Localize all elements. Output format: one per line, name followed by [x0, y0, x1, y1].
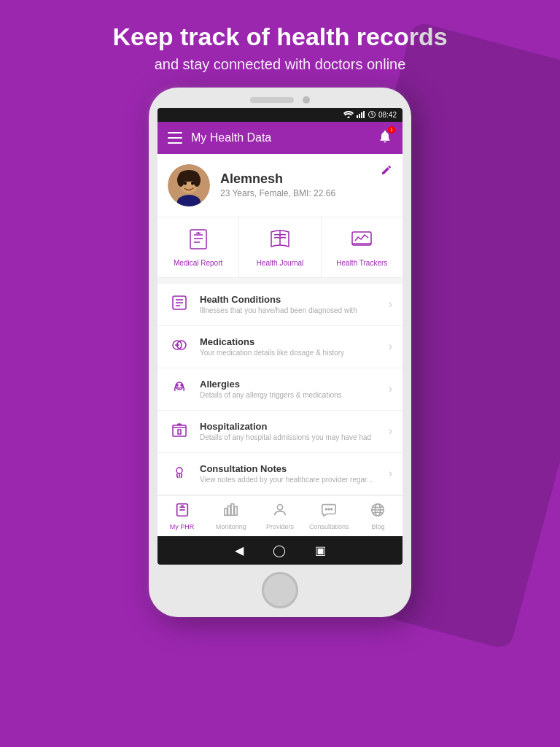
arrow-icon: ›: [389, 467, 392, 480]
avatar-image: [168, 164, 210, 206]
medical-report-icon: [187, 228, 210, 255]
notification-bell[interactable]: 1: [378, 129, 392, 147]
medications-subtitle: Your medication details like dosage & hi…: [200, 349, 389, 357]
my-phr-label: My PHR: [170, 523, 195, 530]
svg-rect-6: [168, 132, 182, 133]
svg-point-36: [181, 384, 182, 386]
menu-item-allergies[interactable]: Allergies Details of any allergy trigger…: [158, 368, 402, 411]
svg-point-13: [193, 174, 201, 187]
menu-item-medications[interactable]: Medications Your medication details like…: [158, 326, 402, 368]
profile-info: Alemnesh 23 Years, Female, BMI: 22.66: [220, 171, 335, 198]
health-journal-label: Health Journal: [257, 259, 303, 267]
svg-rect-2: [359, 114, 360, 118]
recents-button[interactable]: ▣: [315, 543, 326, 557]
svg-rect-50: [234, 506, 237, 515]
health-conditions-content: Health Conditions Illnesses that you hav…: [200, 294, 389, 314]
monitoring-label: Monitoring: [216, 523, 246, 530]
time-display: 08:42: [378, 111, 397, 119]
profile-section: Alemnesh 23 Years, Female, BMI: 22.66: [158, 154, 402, 217]
blog-icon: [370, 502, 386, 522]
svg-point-14: [184, 181, 187, 185]
providers-icon: [272, 502, 288, 522]
nav-blog[interactable]: Blog: [354, 496, 402, 536]
my-phr-icon: [174, 502, 190, 522]
hero-section: Keep track of health records and stay co…: [83, 0, 476, 88]
svg-point-15: [191, 181, 194, 185]
menu-list: Health Conditions Illnesses that you hav…: [158, 284, 402, 495]
app-title: My Health Data: [191, 131, 378, 144]
blog-label: Blog: [371, 523, 384, 530]
arrow-icon: ›: [389, 382, 392, 395]
svg-point-41: [176, 468, 182, 473]
hospitalization-content: Hospitalization Details of any hospital …: [200, 421, 389, 441]
phone-screen: 08:42 My Health Data 1: [158, 108, 402, 565]
phone-mockup: 08:42 My Health Data 1: [149, 88, 411, 617]
camera: [303, 96, 310, 104]
medications-content: Medications Your medication details like…: [200, 336, 389, 357]
phone-top-bezel: [158, 96, 402, 104]
allergies-icon: [168, 379, 191, 400]
monitoring-icon: [223, 502, 239, 522]
svg-rect-48: [228, 506, 230, 515]
action-health-trackers[interactable]: Health Trackers: [322, 217, 402, 277]
menu-item-health-conditions[interactable]: Health Conditions Illnesses that you hav…: [158, 284, 402, 326]
action-health-journal[interactable]: Health Journal: [239, 217, 321, 277]
edit-icon[interactable]: [381, 164, 392, 179]
nav-consultations[interactable]: Consultations: [305, 496, 354, 536]
svg-rect-1: [357, 115, 358, 118]
subheadline: and stay connected with doctors online: [112, 56, 447, 73]
notification-badge: 1: [388, 126, 395, 133]
svg-rect-3: [361, 112, 362, 118]
hospitalization-title: Hospitalization: [200, 421, 389, 432]
consultation-notes-content: Consultation Notes View notes added by y…: [200, 463, 389, 484]
svg-point-53: [328, 508, 330, 510]
nav-my-phr[interactable]: My PHR: [158, 496, 206, 536]
wifi-icon: [343, 111, 354, 118]
phone-bottom-bezel: [158, 572, 402, 608]
avatar: [168, 164, 210, 206]
action-medical-report[interactable]: Medical Report: [158, 217, 239, 277]
menu-item-hospitalization[interactable]: Hospitalization Details of any hospital …: [158, 411, 402, 453]
health-conditions-icon: [168, 294, 191, 315]
allergies-title: Allergies: [200, 379, 389, 390]
consultation-notes-title: Consultation Notes: [200, 463, 389, 474]
svg-rect-38: [178, 430, 181, 434]
health-trackers-icon: [350, 228, 373, 255]
svg-rect-47: [225, 508, 228, 515]
menu-icon[interactable]: [168, 132, 182, 144]
svg-rect-7: [168, 137, 182, 139]
svg-point-12: [177, 174, 184, 187]
physical-home-button[interactable]: [262, 572, 298, 608]
nav-providers[interactable]: Providers: [255, 496, 304, 536]
home-button[interactable]: ◯: [273, 543, 286, 557]
hospitalization-icon: [168, 421, 191, 442]
providers-label: Providers: [266, 523, 294, 530]
medications-title: Medications: [200, 336, 389, 347]
menu-item-consultation-notes[interactable]: Consultation Notes View notes added by y…: [158, 453, 402, 495]
svg-rect-4: [363, 111, 365, 118]
consultations-label: Consultations: [309, 523, 349, 530]
back-button[interactable]: ◀: [235, 543, 244, 557]
allergies-content: Allergies Details of any allergy trigger…: [200, 379, 389, 399]
app-bar: My Health Data 1: [158, 122, 402, 154]
hospitalization-subtitle: Details of any hospital admissions you m…: [200, 433, 389, 441]
medical-report-label: Medical Report: [174, 259, 222, 267]
svg-point-52: [326, 508, 327, 510]
allergies-subtitle: Details of any allergy triggers & medica…: [200, 391, 389, 399]
svg-rect-8: [168, 142, 182, 144]
status-bar: 08:42: [158, 108, 402, 122]
consultation-notes-subtitle: View notes added by your healthcare prov…: [200, 476, 389, 484]
nav-monitoring[interactable]: Monitoring: [206, 496, 255, 536]
svg-point-0: [347, 117, 349, 119]
android-nav-bar: ◀ ◯ ▣: [158, 536, 402, 565]
profile-details: 23 Years, Female, BMI: 22.66: [220, 188, 335, 198]
quick-actions: Medical Report Health Journal: [158, 217, 402, 278]
profile-name: Alemnesh: [220, 171, 335, 187]
headline: Keep track of health records: [112, 22, 447, 52]
arrow-icon: ›: [389, 340, 392, 353]
bottom-nav: My PHR Monitoring: [158, 495, 402, 536]
svg-point-35: [176, 384, 178, 386]
speaker: [250, 97, 294, 103]
health-trackers-label: Health Trackers: [336, 259, 387, 267]
consultation-notes-icon: [168, 463, 191, 484]
